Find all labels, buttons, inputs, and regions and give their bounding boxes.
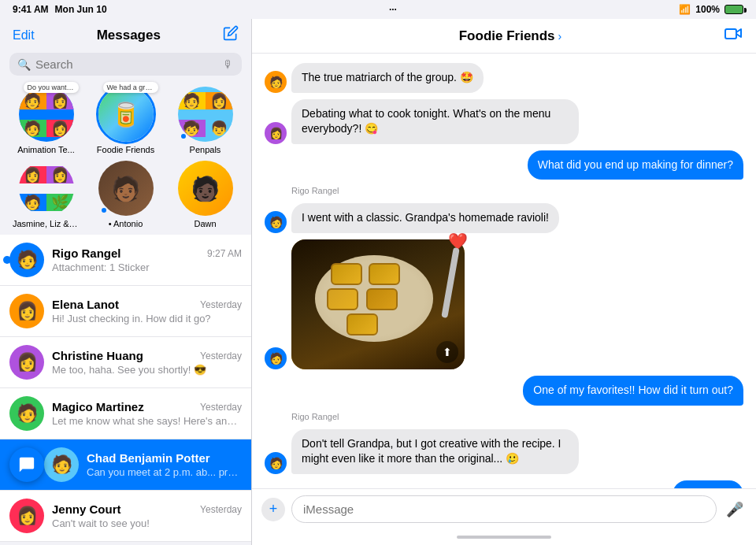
conv-content-elena: Elena Lanot Yesterday Hi! Just checking … — [52, 298, 242, 324]
conv-top-christine: Christine Huang Yesterday — [52, 349, 242, 362]
pinned-item-penpals[interactable]: 🧑 👩 🧒 👦 Penpals — [172, 87, 239, 154]
message-row-6: 🧑 Don't tell Grandpa, but I got creative… — [265, 429, 743, 474]
new-message-button[interactable] — [9, 447, 44, 482]
unread-indicator-rigo — [3, 256, 11, 264]
conv-name-christine: Christine Huang — [52, 349, 143, 362]
pinned-avatar-wrapper-antonio: 🧑🏾 — [98, 161, 154, 216]
message-bubble-2: Debating what to cook tonight. What's on… — [291, 99, 579, 144]
message-row-3: What did you end up making for dinner? — [265, 150, 743, 180]
avatar-elena: 👩 — [9, 294, 44, 328]
ravioli-3 — [327, 288, 358, 310]
conv-time-elena: Yesterday — [200, 299, 242, 310]
pinned-row-1: 🧑 👩 🧑 👩 Do you want to review all the re… — [9, 87, 242, 154]
pinned-label-dawn: Dawn — [172, 219, 239, 228]
edit-button[interactable]: Edit — [13, 28, 35, 43]
pinned-row-2: 👩 👩 🧑 🌿 Jasmine, Liz & Rigo 🧑🏾 • — [9, 161, 242, 228]
conv-top-magico: Magico Martinez Yesterday — [52, 400, 242, 413]
conv-name-jenny: Jenny Court — [52, 502, 121, 516]
conv-content-rigo: Rigo Rangel 9:27 AM Attachment: 1 Sticke… — [52, 247, 242, 273]
pinned-item-foodie-friends[interactable]: 🥫 We had a great time. Home with... Food… — [92, 87, 159, 154]
chat-title-area[interactable]: Foodie Friends › — [459, 28, 562, 44]
chevron-right-icon: › — [558, 30, 562, 43]
message-bubble-6: Don't tell Grandpa, but I got creative w… — [291, 429, 579, 474]
conv-content-jenny: Jenny Court Yesterday Can't wait to see … — [52, 502, 242, 529]
pinned-avatar-wrapper-dawn: 🧑🏿 — [178, 161, 233, 216]
msg-avatar-4: 🧑 — [265, 211, 287, 233]
pinned-avatar-wrapper-foodie: 🥫 We had a great time. Home with... — [98, 87, 154, 142]
message-bubble-4: I went with a classic. Grandpa's homemad… — [291, 203, 559, 233]
battery-icon — [724, 5, 743, 14]
pinned-item-dawn[interactable]: 🧑🏿 Dawn — [172, 161, 239, 228]
conversation-list: 🧑 Rigo Rangel 9:27 AM Attachment: 1 Stic… — [0, 235, 251, 545]
image-container: ❤️ ⬆ — [291, 239, 465, 369]
conversation-item-jenny[interactable]: 👩 Jenny Court Yesterday Can't wait to se… — [0, 491, 251, 542]
conv-time-magico: Yesterday — [200, 402, 242, 413]
message-bubble-7: What's your secret? — [673, 480, 743, 488]
add-attachment-button[interactable]: + — [261, 498, 285, 521]
conv-time-rigo: 9:27 AM — [207, 248, 242, 259]
avatar-chad: 🧑 — [44, 447, 79, 482]
conversation-item-elena[interactable]: 👩 Elena Lanot Yesterday Hi! Just checkin… — [0, 286, 251, 337]
message-row-1: 🧑 The true matriarch of the group. 🤩 — [265, 63, 743, 93]
pinned-avatar-wrapper-animation: 🧑 👩 🧑 👩 Do you want to review all the re… — [19, 87, 74, 142]
battery-level: 100% — [695, 4, 720, 15]
status-day: Mon Jun 10 — [55, 4, 107, 15]
pinned-avatar-foodie: 🥫 — [98, 87, 154, 142]
sidebar: Edit Messages 🔍 🎙 🧑 — [0, 19, 252, 545]
compose-button[interactable] — [223, 25, 239, 45]
conv-content-magico: Magico Martinez Yesterday Let me know wh… — [52, 400, 242, 427]
conversation-item-rigo[interactable]: 🧑 Rigo Rangel 9:27 AM Attachment: 1 Stic… — [0, 235, 251, 286]
conv-time-jenny: Yesterday — [200, 504, 242, 515]
avatar-magico: 🧑 — [9, 396, 44, 431]
conversation-item-chad[interactable]: 🧑 Chad Benjamin Potter Can you meet at 2… — [0, 439, 251, 491]
sender-label-rigo-2: Rigo Rangel — [291, 412, 743, 421]
messages-title: Messages — [97, 28, 161, 43]
pinned-avatar-jasmine: 👩 👩 🧑 🌿 — [19, 161, 74, 216]
message-group-secret: What's your secret? Read — [265, 480, 743, 488]
message-row-5: One of my favorites!! How did it turn ou… — [265, 376, 743, 406]
sender-label-rigo-1: Rigo Rangel — [291, 186, 743, 195]
chat-title: Foodie Friends — [459, 28, 555, 44]
message-input[interactable] — [291, 495, 717, 523]
pinned-label-penpals: Penpals — [172, 145, 239, 154]
video-call-button[interactable] — [724, 27, 743, 45]
share-button[interactable]: ⬆ — [436, 341, 458, 363]
msg-avatar-image: 🧑 — [265, 347, 287, 369]
audio-record-button[interactable]: 🎤 — [723, 498, 747, 521]
pinned-item-antonio[interactable]: 🧑🏾 • Antonio — [92, 161, 159, 228]
status-time: 9:41 AM — [13, 4, 49, 15]
pinned-label-jasmine: Jasmine, Liz & Rigo — [13, 219, 80, 228]
avatar-rigo: 🧑 — [9, 243, 44, 277]
msg-avatar-2: 👩 — [265, 122, 287, 144]
conv-time-christine: Yesterday — [200, 350, 242, 361]
msg-avatar-1: 🧑 — [265, 71, 287, 93]
search-bar[interactable]: 🔍 🎙 — [9, 53, 242, 76]
chat-header: Foodie Friends › — [252, 19, 756, 54]
chat-panel: Foodie Friends › 🧑 The true matriarch of… — [252, 19, 756, 545]
pinned-item-jasmine[interactable]: 👩 👩 🧑 🌿 Jasmine, Liz & Rigo — [13, 161, 80, 228]
pinned-label-antonio: • Antonio — [92, 219, 159, 228]
sidebar-header: Edit Messages — [0, 19, 251, 48]
ravioli-1 — [331, 263, 362, 285]
ravioli-2 — [369, 263, 400, 285]
ravioli-4 — [366, 288, 398, 310]
conv-preview-christine: Me too, haha. See you shortly! 😎 — [52, 364, 242, 376]
message-bubble-1: The true matriarch of the group. 🤩 — [291, 63, 484, 93]
home-bar — [457, 536, 551, 539]
search-input[interactable] — [35, 57, 218, 71]
message-row-image: 🧑 ❤️ — [265, 239, 743, 369]
conversation-item-christine[interactable]: 👩 Christine Huang Yesterday Me too, haha… — [0, 337, 251, 388]
pinned-item-animation-team[interactable]: 🧑 👩 🧑 👩 Do you want to review all the re… — [13, 87, 80, 154]
conv-top-chad: Chad Benjamin Potter — [87, 451, 242, 465]
conversation-item-magico[interactable]: 🧑 Magico Martinez Yesterday Let me know … — [0, 388, 251, 439]
conv-name-elena: Elena Lanot — [52, 298, 119, 311]
pinned-avatar-wrapper-penpals: 🧑 👩 🧒 👦 — [178, 87, 233, 142]
conv-top-elena: Elena Lanot Yesterday — [52, 298, 242, 311]
pinned-avatar-wrapper-jasmine: 👩 👩 🧑 🌿 — [19, 161, 74, 216]
message-row-7: What's your secret? — [626, 480, 743, 488]
mic-icon: 🎙 — [223, 58, 234, 71]
pinned-preview-foodie: We had a great time. Home with... — [103, 82, 158, 93]
unread-dot-antonio — [100, 206, 108, 214]
avatar-christine: 👩 — [9, 345, 44, 380]
unread-dot-penpals — [180, 132, 187, 140]
